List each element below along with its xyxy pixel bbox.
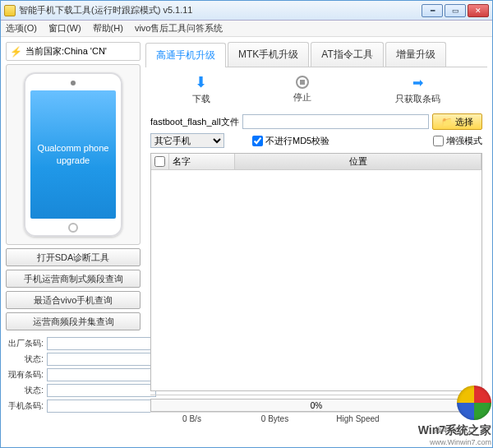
menu-qa[interactable]: vivo售后工具问答系统	[135, 22, 223, 35]
phone-screen: Qualcomm phone upgrade	[30, 90, 116, 219]
file-table: 名字 位置	[150, 153, 482, 391]
titlebar: 智能手机下载工具(运行时跟踪模式) v5.1.11 ━ ▭ ✕	[1, 1, 492, 21]
tab-incr[interactable]: 增量升级	[385, 42, 446, 67]
menu-options[interactable]: 选项(O)	[6, 22, 37, 35]
close-button[interactable]: ✕	[468, 4, 489, 17]
sidebar: ⚡ 当前国家:China 'CN' Qualcomm phone upgrade…	[6, 42, 141, 442]
md5-text: 不进行MD5校验	[265, 135, 329, 147]
cur-barcode-label: 现有条码:	[6, 368, 45, 381]
enhance-checkbox-label[interactable]: 增强模式	[433, 135, 482, 147]
file-row: fastboot_flash_all文件 📁 选择	[145, 112, 487, 132]
status-area: 0% 0 B/s 0 Bytes High Speed 版本 v5.1.11	[150, 395, 482, 437]
stop-icon	[296, 76, 309, 89]
file-label: fastboot_flash_all文件	[150, 116, 239, 128]
arrow-right-icon: ➡	[410, 74, 426, 90]
vivo-query-button[interactable]: 最适合vivo手机查询	[6, 291, 141, 309]
phone-home-icon	[68, 223, 78, 233]
phone-barcode-input[interactable]	[47, 400, 156, 413]
phone-barcode-label: 手机条码:	[6, 400, 45, 413]
col-location[interactable]: 位置	[235, 154, 481, 169]
download-button[interactable]: ⬇ 下载	[192, 74, 210, 105]
phone-camera-icon	[71, 81, 76, 85]
md5-checkbox[interactable]	[252, 136, 263, 146]
phone-screen-text: Qualcomm phone upgrade	[30, 142, 116, 168]
download-label: 下载	[192, 93, 210, 105]
status-row: 0 B/s 0 Bytes High Speed	[150, 412, 482, 425]
cur-barcode-input[interactable]	[47, 368, 156, 381]
content: ⚡ 当前国家:China 'CN' Qualcomm phone upgrade…	[1, 37, 492, 447]
phone-type-select[interactable]: 其它手机	[150, 133, 224, 148]
country-indicator: ⚡ 当前国家:China 'CN'	[6, 42, 141, 61]
window-title: 智能手机下载工具(运行时跟踪模式) v5.1.11	[19, 4, 420, 16]
download-icon: ⬇	[193, 74, 210, 90]
tab-mtk[interactable]: MTK手机升级	[228, 42, 309, 67]
table-header: 名字 位置	[151, 154, 481, 170]
menubar: 选项(O) 窗口(W) 帮助(H) vivo售后工具问答系统	[1, 21, 492, 37]
browse-label: 选择	[455, 116, 473, 128]
options-row: 其它手机 不进行MD5校验 增强模式	[145, 132, 487, 150]
status2-input[interactable]	[47, 384, 156, 397]
tabs: 高通手机升级 MTK手机升级 AT指令工具 增量升级	[145, 42, 487, 67]
enhance-checkbox[interactable]	[433, 136, 444, 146]
menu-help[interactable]: 帮助(H)	[93, 22, 123, 35]
col-name[interactable]: 名字	[169, 154, 235, 169]
bytes-text: 0 Bytes	[233, 413, 316, 425]
info-grid: 出厂条码: 状态: 现有条码: 状态: 手机条码:	[6, 337, 141, 413]
barcode-label: 只获取条码	[395, 93, 440, 105]
app-window: 智能手机下载工具(运行时跟踪模式) v5.1.11 ━ ▭ ✕ 选项(O) 窗口…	[0, 0, 493, 448]
extra-text	[399, 413, 482, 425]
phone-mockup: Qualcomm phone upgrade	[24, 72, 122, 237]
open-sda-button[interactable]: 打开SDA诊断工具	[6, 248, 141, 266]
progress-text: 0%	[311, 401, 322, 410]
progress-bar: 0%	[150, 399, 482, 412]
enhance-text: 增强模式	[446, 135, 482, 147]
check-all[interactable]	[154, 156, 165, 167]
mode-text: High Speed	[316, 413, 399, 425]
fac-barcode-label: 出厂条码:	[6, 337, 45, 350]
status2-label: 状态:	[6, 384, 45, 397]
phone-preview: Qualcomm phone upgrade	[6, 64, 141, 245]
toolbar: ⬇ 下载 停止 ➡ 只获取条码	[145, 67, 487, 112]
country-label: 当前国家:China 'CN'	[25, 45, 107, 58]
bolt-icon: ⚡	[10, 46, 22, 58]
version-text: 版本 v5.1.11	[150, 425, 482, 437]
tab-qualcomm[interactable]: 高通手机升级	[145, 43, 226, 67]
carrier-query-button[interactable]: 手机运营商制式频段查询	[6, 270, 141, 288]
barcode-button[interactable]: ➡ 只获取条码	[395, 74, 440, 105]
fac-barcode-input[interactable]	[47, 337, 156, 350]
app-icon	[4, 5, 16, 16]
speed-text: 0 B/s	[150, 413, 233, 425]
table-body	[151, 170, 481, 390]
browse-button[interactable]: 📁 选择	[432, 113, 482, 130]
md5-checkbox-label[interactable]: 不进行MD5校验	[252, 135, 329, 147]
folder-icon: 📁	[441, 117, 453, 127]
main-panel: 高通手机升级 MTK手机升级 AT指令工具 增量升级 ⬇ 下载 停止 ➡ 只获取…	[145, 42, 487, 442]
col-check[interactable]	[151, 154, 169, 169]
tab-at[interactable]: AT指令工具	[311, 42, 383, 67]
status1-input[interactable]	[47, 353, 156, 366]
maximize-button[interactable]: ▭	[445, 4, 466, 17]
minimize-button[interactable]: ━	[422, 4, 443, 17]
status1-label: 状态:	[6, 353, 45, 366]
file-input[interactable]	[242, 114, 429, 129]
freq-query-button[interactable]: 运营商频段并集查询	[6, 312, 141, 330]
menu-window[interactable]: 窗口(W)	[48, 22, 81, 35]
stop-button[interactable]: 停止	[293, 76, 311, 104]
stop-label: 停止	[293, 91, 311, 104]
